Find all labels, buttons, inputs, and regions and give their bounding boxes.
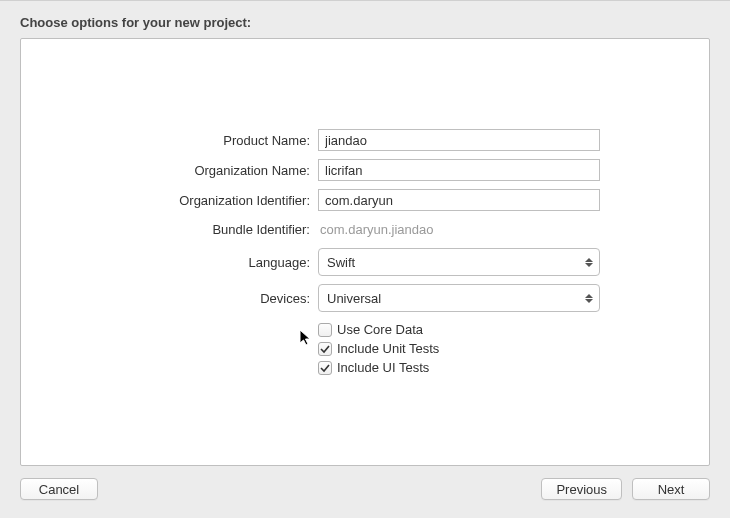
- stepper-icon: [585, 291, 595, 305]
- include-ui-tests-label: Include UI Tests: [337, 360, 429, 375]
- checkbox-include-unit-tests-row: Include Unit Tests: [318, 341, 600, 356]
- devices-select[interactable]: Universal: [318, 284, 600, 312]
- heading: Choose options for your new project:: [0, 1, 730, 38]
- label-language: Language:: [65, 255, 310, 270]
- row-language: Language: Swift: [65, 248, 665, 276]
- devices-select-value: Universal: [327, 291, 381, 306]
- checkbox-include-ui-tests-row: Include UI Tests: [318, 360, 600, 375]
- previous-button[interactable]: Previous: [541, 478, 622, 500]
- include-unit-tests-checkbox[interactable]: [318, 342, 332, 356]
- stepper-icon: [585, 255, 595, 269]
- label-bundle-identifier: Bundle Identifier:: [65, 222, 310, 237]
- include-ui-tests-checkbox[interactable]: [318, 361, 332, 375]
- next-button[interactable]: Next: [632, 478, 710, 500]
- organization-name-input[interactable]: [318, 159, 600, 181]
- row-organization-identifier: Organization Identifier:: [65, 189, 665, 211]
- check-icon: [320, 363, 330, 373]
- language-select[interactable]: Swift: [318, 248, 600, 276]
- product-name-input[interactable]: [318, 129, 600, 151]
- row-organization-name: Organization Name:: [65, 159, 665, 181]
- language-select-value: Swift: [327, 255, 355, 270]
- footer: Cancel Previous Next: [0, 478, 730, 518]
- new-project-options-sheet: Choose options for your new project: Pro…: [0, 0, 730, 518]
- organization-identifier-input[interactable]: [318, 189, 600, 211]
- include-unit-tests-label: Include Unit Tests: [337, 341, 439, 356]
- options-panel: Product Name: Organization Name: Organiz…: [20, 38, 710, 466]
- checkbox-group: Use Core Data Include Unit Tests: [318, 322, 600, 375]
- cancel-button[interactable]: Cancel: [20, 478, 98, 500]
- row-product-name: Product Name:: [65, 129, 665, 151]
- row-checkboxes: Use Core Data Include Unit Tests: [65, 320, 665, 375]
- label-product-name: Product Name:: [65, 133, 310, 148]
- row-devices: Devices: Universal: [65, 284, 665, 312]
- bundle-identifier-value: com.daryun.jiandao: [318, 219, 435, 240]
- row-bundle-identifier: Bundle Identifier: com.daryun.jiandao: [65, 219, 665, 240]
- label-organization-name: Organization Name:: [65, 163, 310, 178]
- form: Product Name: Organization Name: Organiz…: [65, 129, 665, 375]
- label-organization-identifier: Organization Identifier:: [65, 193, 310, 208]
- use-core-data-checkbox[interactable]: [318, 323, 332, 337]
- check-icon: [320, 344, 330, 354]
- label-devices: Devices:: [65, 291, 310, 306]
- checkbox-use-core-data-row: Use Core Data: [318, 322, 600, 337]
- use-core-data-label: Use Core Data: [337, 322, 423, 337]
